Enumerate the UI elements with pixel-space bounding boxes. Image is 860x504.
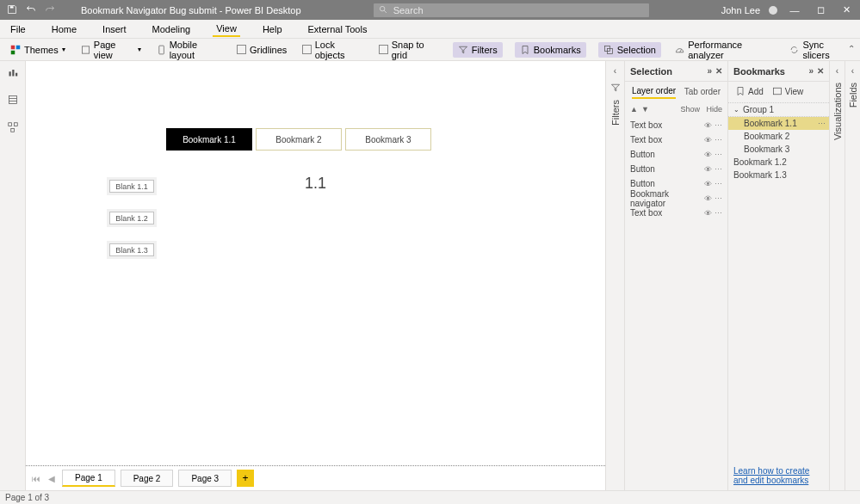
filters-label[interactable]: Filters — [610, 100, 621, 126]
more-icon[interactable]: ⋯ — [715, 121, 722, 130]
selection-icon — [603, 45, 614, 55]
filters-button[interactable]: Filters — [453, 42, 503, 58]
more-icon[interactable]: ⋯ — [818, 120, 826, 128]
bookmark-group[interactable]: ⌄ Group 1 — [728, 102, 829, 117]
eye-icon[interactable]: 👁 — [704, 180, 712, 188]
blank-button-3[interactable]: Blank 1.3 — [109, 243, 154, 256]
page-tab-2[interactable]: Page 2 — [121, 470, 174, 487]
close-icon[interactable]: ✕ — [715, 66, 722, 76]
move-down-icon[interactable]: ▼ — [641, 105, 649, 114]
blank-button-2[interactable]: Blank 1.2 — [109, 212, 154, 224]
view-bookmark-button[interactable]: View — [772, 86, 804, 96]
eye-icon[interactable]: 👁 — [704, 136, 712, 144]
menu-modeling[interactable]: Modeling — [149, 22, 195, 36]
svg-line-10 — [680, 49, 682, 52]
list-item[interactable]: Button👁⋯ — [625, 147, 727, 162]
add-page-button[interactable]: + — [237, 470, 254, 487]
search-placeholder: Search — [393, 5, 424, 15]
more-icon[interactable]: ⋯ — [715, 136, 722, 144]
viz-label[interactable]: Visualizations — [832, 83, 843, 140]
maximize-button[interactable]: ◻ — [812, 4, 829, 15]
bookmark-tab-3[interactable]: Bookmark 3 — [345, 128, 431, 151]
page-tab-3[interactable]: Page 3 — [178, 470, 232, 487]
prev-page-icon[interactable]: ◀ — [46, 474, 57, 483]
model-view-icon[interactable] — [7, 121, 19, 133]
expand-fields-icon[interactable]: ‹ — [851, 66, 854, 76]
bookmarks-list: ⌄ Group 1 Bookmark 1.1 ⋯ Bookmark 2 Book… — [728, 101, 829, 461]
themes-button[interactable]: Themes▾ — [9, 43, 67, 57]
eye-icon[interactable]: 👁 — [704, 151, 712, 159]
eye-icon[interactable]: 👁 — [704, 165, 712, 174]
bookmark-item[interactable]: Bookmark 1.2 — [728, 156, 829, 169]
mobile-button[interactable]: Mobile layout — [155, 38, 223, 62]
eye-icon[interactable]: 👁 — [704, 209, 712, 218]
close-icon[interactable]: ✕ — [817, 66, 824, 76]
user-name[interactable]: John Lee — [721, 5, 760, 15]
menu-file[interactable]: File — [7, 22, 29, 36]
fields-label[interactable]: Fields — [848, 83, 858, 108]
list-item[interactable]: Text box👁⋯ — [625, 206, 727, 220]
bookmark-item[interactable]: Bookmark 3 — [728, 143, 829, 156]
list-item[interactable]: Text box👁⋯ — [625, 132, 727, 147]
move-up-icon[interactable]: ▲ — [630, 105, 638, 114]
popout-icon[interactable]: » — [707, 66, 712, 76]
snap-button[interactable]: Snap to grid — [377, 38, 440, 62]
menu-external[interactable]: External Tools — [305, 22, 371, 36]
bookmark-item[interactable]: Bookmark 1.3 — [728, 169, 829, 181]
menu-help[interactable]: Help — [259, 22, 286, 36]
page-status: Page 1 of 3 — [5, 493, 49, 502]
pageview-button[interactable]: Page view▾ — [79, 38, 143, 62]
selection-tabs: Layer order Tab order — [625, 82, 727, 101]
menu-view[interactable]: View — [213, 22, 240, 37]
report-view-icon[interactable] — [7, 66, 19, 78]
undo-icon[interactable] — [26, 4, 36, 16]
bookmark-item[interactable]: Bookmark 2 — [728, 130, 829, 143]
canvas[interactable]: Bookmark 1.1 Bookmark 2 Bookmark 3 Blank… — [26, 61, 605, 466]
more-icon[interactable]: ⋯ — [715, 194, 722, 203]
ribbon-collapse-icon[interactable]: ⌃ — [848, 44, 855, 53]
svg-rect-13 — [15, 73, 17, 77]
avatar[interactable] — [769, 6, 777, 15]
eye-icon[interactable]: 👁 — [704, 194, 712, 203]
list-item[interactable]: Text box👁⋯ — [625, 118, 727, 132]
redo-icon[interactable] — [45, 4, 55, 16]
page-tab-1[interactable]: Page 1 — [62, 470, 115, 487]
sync-icon — [789, 45, 799, 55]
hide-label[interactable]: Hide — [706, 105, 722, 114]
expand-filters-icon[interactable]: ‹ — [614, 66, 616, 76]
perf-button[interactable]: Performance analyzer — [673, 38, 776, 62]
expand-viz-icon[interactable]: ‹ — [836, 66, 838, 76]
tab-order-tab[interactable]: Tab order — [684, 85, 721, 98]
checkbox-icon — [302, 45, 311, 54]
more-icon[interactable]: ⋯ — [715, 209, 722, 218]
sync-button[interactable]: Sync slicers — [788, 38, 851, 62]
popout-icon[interactable]: » — [808, 66, 814, 76]
bookmark-item[interactable]: Bookmark 1.1 ⋯ — [728, 117, 829, 130]
data-view-icon[interactable] — [7, 94, 19, 106]
show-label[interactable]: Show — [680, 105, 700, 114]
add-bookmark-button[interactable]: Add — [735, 86, 764, 96]
blank-button-1[interactable]: Blank 1.1 — [109, 180, 154, 193]
selection-button[interactable]: Selection — [598, 42, 661, 58]
list-item[interactable]: Button👁⋯ — [625, 162, 727, 176]
close-button[interactable]: ✕ — [838, 4, 855, 15]
more-icon[interactable]: ⋯ — [715, 165, 722, 174]
minimize-button[interactable]: — — [786, 5, 803, 15]
more-icon[interactable]: ⋯ — [715, 180, 722, 188]
bookmark-tab-2[interactable]: Bookmark 2 — [256, 128, 342, 151]
eye-icon[interactable]: 👁 — [704, 121, 712, 130]
bookmarks-button[interactable]: Bookmarks — [515, 42, 586, 58]
bookmarks-help-link[interactable]: Learn how to create and edit bookmarks — [728, 461, 829, 490]
save-icon[interactable] — [7, 4, 17, 16]
menu-home[interactable]: Home — [48, 22, 80, 36]
first-page-icon[interactable]: ⏮ — [31, 474, 41, 483]
bookmark-tab-1[interactable]: Bookmark 1.1 — [166, 128, 252, 151]
lock-button[interactable]: Lock objects — [300, 38, 365, 62]
gridlines-button[interactable]: Gridlines — [235, 43, 288, 57]
list-item[interactable]: Bookmark navigator👁⋯ — [625, 191, 727, 206]
page-icon — [81, 45, 90, 55]
search-box[interactable]: Search — [374, 3, 649, 17]
menu-insert[interactable]: Insert — [99, 22, 130, 36]
more-icon[interactable]: ⋯ — [715, 151, 722, 159]
layer-order-tab[interactable]: Layer order — [632, 84, 676, 99]
